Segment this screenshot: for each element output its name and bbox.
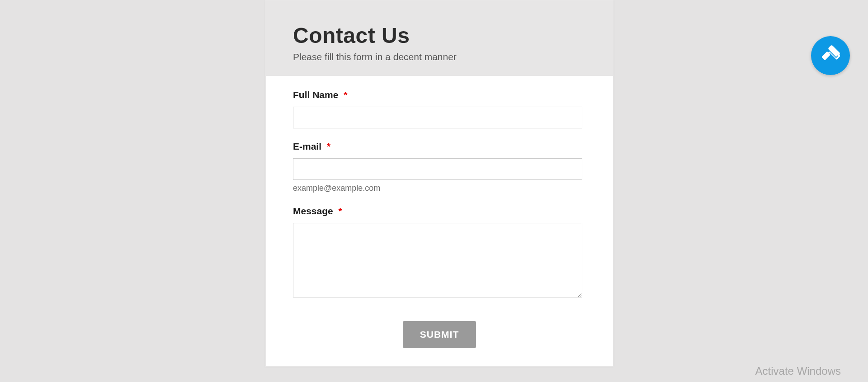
- field-email: E-mail * example@example.com: [293, 141, 586, 193]
- message-label-text: Message: [293, 206, 333, 216]
- required-star-icon: *: [327, 141, 330, 151]
- field-fullname: Full Name *: [293, 90, 586, 128]
- email-label-text: E-mail: [293, 141, 321, 151]
- message-label: Message *: [293, 206, 586, 217]
- field-message: Message *: [293, 206, 586, 299]
- form-subtitle: Please fill this form in a decent manner: [293, 52, 586, 62]
- paint-roller-icon: [821, 45, 840, 66]
- required-star-icon: *: [339, 206, 342, 216]
- email-label: E-mail *: [293, 141, 586, 152]
- contact-form-card: Contact Us Please fill this form in a de…: [265, 0, 613, 367]
- message-textarea[interactable]: [293, 223, 582, 297]
- submit-row: SUBMIT: [293, 312, 586, 348]
- form-title: Contact Us: [293, 23, 586, 48]
- theme-fab-button[interactable]: [811, 36, 850, 75]
- email-hint: example@example.com: [293, 184, 586, 193]
- windows-activation-watermark: Activate Windows: [755, 365, 841, 377]
- form-header: Contact Us Please fill this form in a de…: [266, 0, 613, 76]
- fullname-label: Full Name *: [293, 90, 586, 100]
- fullname-input[interactable]: [293, 107, 582, 128]
- required-star-icon: *: [344, 90, 347, 100]
- submit-button[interactable]: SUBMIT: [403, 321, 476, 348]
- form-body: Full Name * E-mail * example@example.com…: [266, 76, 613, 366]
- email-input[interactable]: [293, 158, 582, 180]
- fullname-label-text: Full Name: [293, 90, 338, 100]
